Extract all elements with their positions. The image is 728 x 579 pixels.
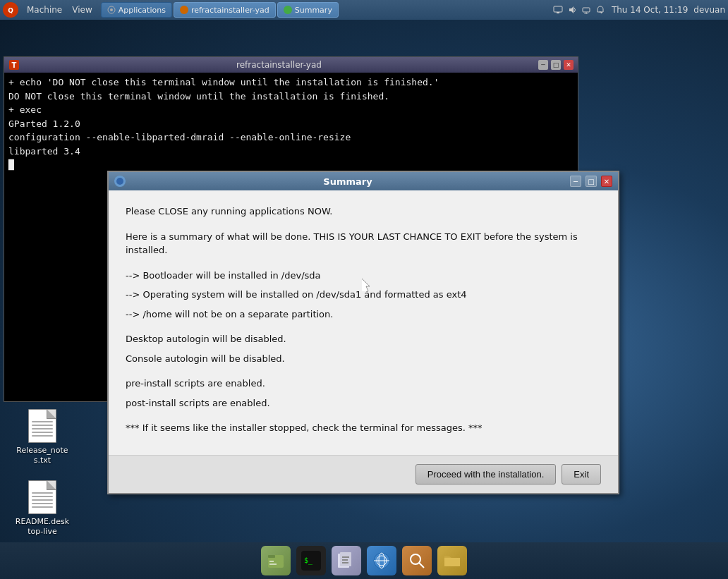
dialog-title: Summary (130, 176, 566, 187)
dock-filemanager[interactable] (260, 544, 292, 577)
dialog-line10: *** If it seems like the installer stopp… (126, 421, 601, 435)
readme-file-icon (28, 480, 56, 514)
view-menu[interactable]: View (68, 4, 96, 16)
svg-point-3 (110, 8, 113, 11)
svg-text:T: T (12, 61, 17, 69)
browser-icon (367, 546, 396, 575)
terminal-titlebar: T refractainstaller-yad ─ □ ✕ (4, 57, 578, 73)
bell-icon[interactable] (595, 4, 606, 16)
svg-rect-18 (269, 563, 277, 565)
dialog-app-icon (114, 176, 126, 187)
files-icon (332, 546, 361, 575)
svg-rect-23 (342, 556, 349, 558)
dialog-body: Please CLOSE any running applications NO… (109, 190, 618, 455)
file-line-a (32, 492, 53, 494)
terminal-taskbar-btn[interactable]: refractainstaller-yad (174, 2, 276, 18)
term-line-1: + echo 'DO NOT close this terminal windo… (8, 75, 574, 90)
svg-text:$_: $_ (304, 556, 313, 565)
tray-icons (552, 4, 606, 16)
readme-label: README.desktop-live (16, 517, 69, 537)
term-line-4: GParted 1.2.0 (8, 117, 574, 131)
dialog-line8: pre-install scripts are enabled. (126, 377, 601, 391)
dialog-app-icon-inner (116, 178, 123, 185)
display-icon (552, 4, 564, 16)
taskbar-apps: Applications refractainstaller-yad Summa… (101, 2, 339, 18)
folder-icon (437, 546, 467, 575)
summary-dialog: Summary ─ □ ✕ Please CLOSE any running a… (107, 171, 619, 494)
dock-files[interactable] (330, 544, 363, 577)
term-line-2: DO NOT close this terminal window until … (8, 90, 574, 104)
bottom-dock: $_ (0, 542, 728, 579)
dialog-line4: --> Operating system will be installed o… (126, 288, 601, 302)
network-icon[interactable] (581, 4, 592, 16)
taskbar: Q Machine View Applications refractainst… (0, 0, 728, 20)
dock-terminal[interactable]: $_ (295, 544, 327, 577)
terminal-close-btn[interactable]: ✕ (564, 60, 574, 70)
proceed-button[interactable]: Proceed with the installation. (415, 464, 556, 484)
term-cursor: █ (8, 158, 574, 172)
terminal-minimize-btn[interactable]: ─ (538, 60, 548, 70)
filemanager-icon (261, 546, 291, 575)
svg-rect-7 (583, 8, 590, 12)
dialog-line1: Please CLOSE any running applications NO… (126, 205, 601, 219)
release-notes-icon[interactable]: Release_notes.txt (14, 409, 71, 466)
dock-browser[interactable] (365, 544, 398, 577)
release-notes-label: Release_notes.txt (16, 446, 68, 466)
desktop-icons: Release_notes.txt README.desktop-live (14, 409, 71, 537)
svg-marker-6 (569, 6, 574, 13)
taskbar-logo[interactable]: Q (3, 2, 18, 18)
term-line-6: libparted 3.4 (8, 145, 574, 159)
dock-folder[interactable] (436, 544, 468, 577)
dialog-maximize-btn[interactable]: □ (586, 176, 597, 187)
dialog-close-btn[interactable]: ✕ (601, 176, 612, 187)
terminal-icon: $_ (296, 546, 326, 575)
svg-rect-25 (342, 562, 348, 563)
file-lines-2 (32, 492, 53, 510)
dialog-line3: --> Bootloader will be installed in /dev… (126, 269, 601, 283)
dialog-line7: Console autologin will be disabled. (126, 352, 601, 366)
svg-rect-16 (268, 555, 275, 558)
apps-icon (107, 6, 116, 14)
volume-icon[interactable] (566, 4, 578, 16)
svg-line-31 (419, 563, 424, 568)
exit-button[interactable]: Exit (562, 464, 601, 484)
file-line-c (32, 499, 53, 501)
summary-taskbar-btn[interactable]: Summary (277, 2, 339, 18)
file-line-e (32, 506, 53, 508)
file-lines (32, 421, 53, 439)
dialog-line5: --> /home will not be on a separate part… (126, 307, 601, 322)
file-line-2 (32, 425, 53, 426)
svg-rect-24 (342, 559, 348, 561)
applications-menu-btn[interactable]: Applications (101, 2, 172, 18)
file-line-d (32, 503, 53, 504)
svg-point-30 (411, 554, 420, 564)
terminal-content: + echo 'DO NOT close this terminal windo… (4, 73, 578, 175)
svg-rect-5 (557, 12, 559, 13)
dialog-minimize-btn[interactable]: ─ (570, 176, 581, 187)
svg-point-11 (600, 12, 602, 13)
terminal-icon-dot (180, 6, 188, 14)
readme-icon[interactable]: README.desktop-live (14, 480, 71, 537)
clock: Thu 14 Oct, 11:19 (612, 5, 688, 15)
terminal-maximize-btn[interactable]: □ (551, 60, 561, 70)
release-notes-file-icon (28, 409, 56, 443)
username: devuan (693, 5, 725, 15)
dialog-line2: Here is a summary of what will be done. … (126, 230, 601, 257)
dialog-footer: Proceed with the installation. Exit (109, 455, 618, 493)
search-icon (402, 546, 432, 575)
svg-rect-17 (269, 561, 274, 562)
dialog-titlebar: Summary ─ □ ✕ (109, 172, 618, 190)
dock-search[interactable] (401, 544, 433, 577)
svg-text:Q: Q (8, 7, 13, 14)
taskbar-right: Thu 14 Oct, 11:19 devuan (552, 4, 725, 16)
file-line-5 (32, 435, 53, 437)
term-line-3: + exec (8, 103, 574, 117)
terminal-title: refractainstaller-yad (23, 60, 535, 70)
terminal-app-icon: T (8, 59, 20, 71)
svg-rect-4 (554, 6, 562, 12)
file-line-1 (32, 421, 53, 422)
summary-icon-dot (284, 6, 292, 14)
file-line-b (32, 496, 53, 497)
machine-menu[interactable]: Machine (23, 4, 66, 16)
file-line-4 (32, 432, 53, 433)
